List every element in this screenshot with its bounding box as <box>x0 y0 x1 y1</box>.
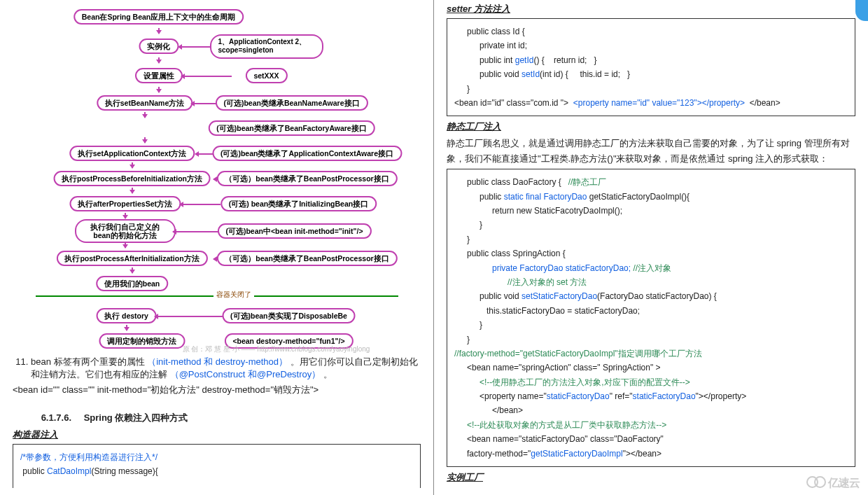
flow-destroy-note: (可选)bean类实现了DisposableBe <box>222 308 356 323</box>
arrow-down-icon <box>158 87 160 92</box>
container-closed-label: 容器关闭了 <box>214 290 254 300</box>
arrow-down-icon <box>158 57 160 63</box>
code-text: } <box>454 82 848 96</box>
flow-ppafter-note: （可选）bean类继承了BeanPostProcessor接口 <box>216 251 397 266</box>
code-text: CatDaoImpl <box>47 466 91 476</box>
li11-text-e: 。 <box>323 369 332 379</box>
code-text: private FactoryDao staticFactoryDao; <box>492 263 631 273</box>
code-text: (int id) { this.id = id; } <box>540 69 630 79</box>
arrow-down-icon <box>144 137 146 143</box>
arrow-left-icon <box>180 204 220 205</box>
code-text: </bean> <box>454 403 848 417</box>
code-comment: //静态工厂 <box>568 177 607 187</box>
arrow-down-icon <box>132 162 133 168</box>
code-text: } <box>454 318 848 332</box>
arrow-down-icon <box>144 112 146 118</box>
code-comment: /*带参数，方便利用构造器进行注入*/ <box>20 452 158 462</box>
left-column: Bean在Spring Bean应用上下文中的生命周期 实例化 1、Applic… <box>0 0 434 495</box>
code-text: <property name=" <box>479 391 547 401</box>
code-text: factory-method=" <box>467 449 531 459</box>
flow-title: Bean在Spring Bean应用上下文中的生命周期 <box>74 9 244 25</box>
li11-text-a: bean 标签有两个重要的属性 <box>31 356 145 367</box>
setter-inject-heading: setter 方法注入 <box>447 3 855 15</box>
flow-instantiate-note: 1、ApplicationContext 2、scope=singleton <box>210 34 323 59</box>
section-title: Spring 依赖注入四种方式 <box>84 412 188 423</box>
brand-watermark: 亿速云 <box>806 476 860 491</box>
flow-custominit-note: (可选)bean中<bean init-method="init"/> <box>217 223 371 239</box>
static-factory-heading: 静态工厂注入 <box>447 120 855 133</box>
flow-beanfactoryaware-note: (可选)bean类继承了BeanFactoryAware接口 <box>208 120 374 136</box>
arrow-down-icon <box>158 28 160 34</box>
code-text: public class DaoFactory { <box>467 177 568 187</box>
flow-afterpropset: 执行afterPropertiesSet方法 <box>69 196 181 211</box>
flow-setappctx-note: (可选)bean类继承了ApplicationContextAware接口 <box>212 146 402 161</box>
code-text: public void <box>479 69 522 79</box>
flow-setappctx: 执行setApplicationContext方法 <box>69 146 195 161</box>
flow-setprops: 设置属性 <box>135 68 183 83</box>
code-text: static final FactoryDao <box>504 192 587 202</box>
flow-setprops-note: setXXX <box>245 68 287 83</box>
code-text: setStaticFactoryDao <box>522 291 597 301</box>
li11-text-b: （init-method 和 destroy-method） <box>147 356 288 367</box>
arrow-down-icon <box>126 325 127 330</box>
flow-setbeanname: 执行setBeanName方法 <box>97 95 192 111</box>
flow-usebean: 使用我们的bean <box>96 276 169 291</box>
code-text: setId <box>522 69 540 79</box>
flow-setbeanname-note: (可选)bean类继承BeanNameAware接口 <box>215 95 368 111</box>
code-text: "></bean> <box>623 449 662 459</box>
bean-xml-example: <bean id="" class="" init-method="初始化方法"… <box>13 384 421 396</box>
code-text: getStaticFactoryDaoImpl(){ <box>587 192 690 202</box>
code-text: (FactoryDao staticFactoryDao) { <box>597 291 717 301</box>
arrow-left-icon <box>173 231 220 232</box>
arrow-down-icon <box>132 267 133 273</box>
code-text: staticFactoryDao <box>547 391 610 401</box>
list-item-11: bean 标签有两个重要的属性 （init-method 和 destroy-m… <box>17 356 421 381</box>
code-text: } <box>454 333 848 347</box>
right-column: setter 方法注入 public class Id { private in… <box>434 0 868 495</box>
cloud-icon <box>814 476 826 488</box>
constructor-code-box: /*带参数，方便利用构造器进行注入*/ public CatDaoImpl(St… <box>13 444 421 488</box>
flow-ppbefore-note: （可选）bean类继承了BeanPostProcessor接口 <box>216 171 397 186</box>
code-text: getId <box>515 55 534 65</box>
code-text: public void <box>479 291 522 301</box>
code-text: private int id; <box>454 39 848 53</box>
code-text: (String message){ <box>91 466 158 476</box>
code-comment: <!--此处获取对象的方式是从工厂类中获取静态方法--> <box>467 420 666 430</box>
code-text: public <box>20 466 47 476</box>
code-text: <bean name="staticFactoryDao" class="Dao… <box>454 432 848 446</box>
bean-lifecycle-flowchart: Bean在Spring Bean应用上下文中的生命周期 实例化 1、Applic… <box>36 4 398 351</box>
code-text: } <box>454 218 848 232</box>
brand-text: 亿速云 <box>828 477 860 489</box>
setter-code-box: public class Id { private int id; public… <box>447 18 855 116</box>
feedback-tab-icon[interactable] <box>855 0 868 21</box>
section-heading: 6.1.7.6. Spring 依赖注入四种方式 <box>13 412 421 424</box>
arrow-left-icon <box>155 316 223 317</box>
arrow-left-icon <box>181 76 232 77</box>
static-factory-code-box: public class DaoFactory { //静态工厂 public … <box>447 169 855 467</box>
code-text: return new StaticFacotryDaoImpl(); <box>454 204 848 218</box>
code-text: <bean name="springAction" class=" Spring… <box>454 361 848 375</box>
code-text: public int <box>479 55 515 65</box>
arrow-left-icon <box>178 46 212 48</box>
code-text: getStaticFactoryDaoImpl <box>531 449 622 459</box>
code-text: <bean id="id" class="com.id "> <box>454 98 573 108</box>
source-watermark: 原 创：邓 慧 星 小 —— http://www.cnblogs.com/ya… <box>183 344 370 354</box>
flow-afterpropset-note: (可选) bean类继承了InitializingBean接口 <box>220 196 377 211</box>
code-comment: //factory-method="getStaticFactoryDaoImp… <box>454 349 702 358</box>
code-text: </bean> <box>745 98 780 108</box>
code-comment: <!--使用静态工厂的方法注入对象,对应下面的配置文件--> <box>479 377 690 387</box>
arrow-down-icon <box>125 242 126 248</box>
code-comment: //注入对象 <box>631 263 671 273</box>
flow-instantiate: 实例化 <box>139 39 178 54</box>
flow-ppafter: 执行postProcessAfterInitialization方法 <box>56 251 207 266</box>
code-text: public <box>479 192 504 202</box>
code-text: public class Id { <box>454 25 848 39</box>
constructor-inject-heading: 构造器注入 <box>13 428 421 441</box>
li11-text-d: （@PostConstruct 和@PreDestroy） <box>170 369 321 379</box>
arrow-down-icon <box>132 188 133 193</box>
code-text: this.staticFactoryDao = staticFactoryDao… <box>454 304 848 318</box>
static-factory-desc: 静态工厂顾名思义，就是通过调用静态工厂的方法来获取自己需要的对象，为了让 spr… <box>447 136 855 166</box>
flow-destroy: 执行 destory <box>96 308 157 323</box>
arrow-down-icon <box>125 213 126 218</box>
code-text: () { return id; } <box>533 55 596 65</box>
